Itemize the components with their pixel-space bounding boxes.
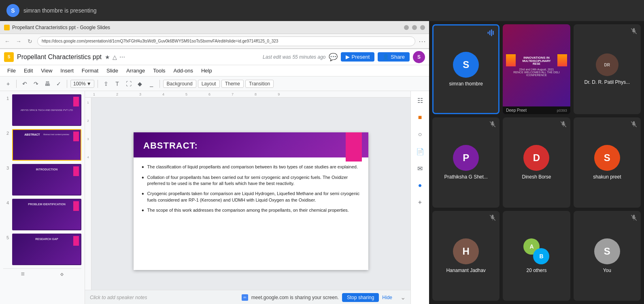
menu-addons[interactable]: Add-ons [170, 66, 197, 75]
mute-icon-dinesh [560, 121, 567, 130]
grid-view-button[interactable]: ⋄ [60, 270, 64, 278]
slides-sidebar-icon-6[interactable]: ● [414, 179, 426, 191]
address-bar-input[interactable]: https://docs.google.com/presentation/d/1… [37, 36, 415, 46]
cursor-tool[interactable]: ⇪ [101, 79, 111, 89]
menu-insert[interactable]: Insert [56, 66, 78, 75]
slideshow-icon: ▶ [346, 54, 350, 60]
background-button[interactable]: Background [163, 80, 196, 88]
slides-app: S Propellant Characteristics ppt ★ △ ⋯ L… [0, 49, 429, 304]
mute-icon-shakun [630, 121, 638, 130]
comments-icon[interactable]: 💬 [329, 53, 338, 62]
stop-sharing-button[interactable]: Stop sharing [342, 293, 379, 302]
sharing-text: meet.google.com is sharing your screen. [251, 295, 339, 300]
share-button[interactable]: 👤 Share [378, 52, 410, 62]
person-add-icon: 👤 [383, 54, 389, 60]
toolbar-sep-3 [98, 80, 98, 88]
move-to-drive-icon[interactable]: △ [113, 54, 117, 60]
maximize-button[interactable] [412, 25, 417, 30]
print-button[interactable]: 🖶 [43, 79, 52, 89]
undo-button[interactable]: ↶ [20, 79, 30, 89]
slides-header-right: Last edit was 55 minutes ago 💬 ▶ Present… [263, 51, 425, 63]
shape-tool[interactable]: ◆ [135, 79, 145, 89]
bullet-icon-2: • [142, 174, 144, 187]
slides-main: 1 ABYSS SPACE TECH AND DEFENSE PVT LTD 2 [0, 91, 429, 304]
participant-tile-hanamant: H Hanamant Jadhav [432, 211, 499, 301]
transition-button[interactable]: Transition [245, 80, 274, 88]
hanamant-avatar: H [453, 238, 479, 264]
slide-canvas[interactable]: ABSTRACT: • The classification of liquid… [134, 132, 368, 270]
hanamant-name: Hanamant Jadhav [443, 268, 489, 273]
menu-tools[interactable]: Tools [149, 66, 169, 75]
conf-title-text: INNOVATIONS IN [518, 56, 555, 60]
svg-rect-2 [491, 30, 492, 36]
slides-sidebar-icon-5[interactable]: ✉ [414, 162, 426, 174]
conf-dates: 23rd and 24th August, 2021 [519, 68, 554, 71]
drpatil-name: Dr. D. R. Patil Phys... [581, 79, 633, 85]
speaker-notes-area[interactable]: Click to add speaker notes [90, 295, 147, 300]
menu-edit[interactable]: Edit [20, 66, 37, 75]
drpatil-avatar: DR [596, 53, 618, 76]
menu-arrange[interactable]: Arrange [122, 66, 149, 75]
bookmark-icon[interactable]: ★ [105, 54, 110, 60]
slide-bottom-bar: Click to add speaker notes m meet.google… [85, 290, 410, 304]
menu-file[interactable]: File [3, 66, 20, 75]
add-slide-sidebar-button[interactable]: + [414, 196, 426, 208]
slides-sidebar-icon-4[interactable]: 📄 [414, 145, 426, 157]
expand-icon[interactable]: ⌄ [400, 293, 406, 301]
hide-button[interactable]: Hide [382, 295, 392, 300]
spell-check-button[interactable]: ✓ [54, 79, 64, 89]
menu-view[interactable]: View [37, 66, 56, 75]
zoom-selector[interactable]: 100% ▼ [70, 80, 94, 88]
browser-more-button[interactable]: ⋯ [419, 37, 426, 46]
you-avatar: S [594, 238, 620, 264]
slides-sidebar-icon-2[interactable]: ■ [414, 111, 426, 123]
slides-panel-bottom: ≡ ⋄ [3, 268, 81, 280]
back-button[interactable]: ← [3, 38, 11, 45]
slide-bullet-1: • The classification of liquid propellan… [142, 164, 360, 170]
close-button[interactable] [420, 25, 425, 30]
user-avatar[interactable]: S [413, 51, 425, 63]
shakun-name: shakun preet [590, 174, 624, 180]
list-view-button[interactable]: ≡ [21, 270, 24, 278]
toolbar-sep-1 [16, 80, 17, 88]
top-bar: S simran thombre is presenting [0, 0, 644, 21]
refresh-button[interactable]: ↻ [26, 38, 34, 45]
main-layout: Propellant Characteristics ppt - Google … [0, 21, 644, 304]
slide-thumb-3[interactable]: 3 INTRODUCTION [3, 164, 81, 196]
more-icon[interactable]: ⋯ [119, 54, 125, 60]
slides-sidebar-icon-3[interactable]: ○ [414, 128, 426, 140]
participant-tile-conference: INNOVATIONS IN MULTIDISCIPLINARY RESE 23… [503, 24, 570, 114]
shakun-avatar: S [594, 145, 620, 171]
layout-button[interactable]: Layout [198, 80, 220, 88]
slide-thumb-2[interactable]: 2 ABSTRACT Abstract text content preview [3, 129, 81, 161]
theme-button[interactable]: Theme [221, 80, 244, 88]
slides-logo: S [4, 52, 14, 62]
browser-address-bar: ← → ↻ https://docs.google.com/presentati… [0, 34, 429, 49]
slide-thumb-4[interactable]: 4 PROBLEM IDENTIFICATION [3, 199, 81, 230]
screen-sharing-notice: m meet.google.com is sharing your screen… [242, 293, 392, 302]
slides-title-icons: ★ △ ⋯ [105, 54, 125, 60]
add-slide-button[interactable]: + [3, 79, 13, 89]
slide-bullet-4: • The scope of this work addresses the c… [142, 207, 360, 214]
svg-rect-0 [488, 32, 489, 34]
participant-tile-prathiksha: P Prathiksha G Shet... [432, 117, 499, 207]
forward-button[interactable]: → [15, 38, 23, 45]
minimize-button[interactable] [404, 25, 409, 30]
slide-editor: 123 456 789 12 34 ABSTRACT: [85, 91, 410, 304]
menu-slide[interactable]: Slide [102, 66, 122, 75]
menu-format[interactable]: Format [78, 66, 102, 75]
conf-participant-name: Deep Preet [506, 108, 527, 113]
slides-sidebar-icon-1[interactable]: ☷ [414, 94, 426, 106]
image-tool[interactable]: ⛶ [124, 79, 134, 89]
slide-thumb-1[interactable]: 1 ABYSS SPACE TECH AND DEFENSE PVT LTD [3, 94, 81, 126]
simran-name: simran thombre [446, 81, 486, 87]
menu-help[interactable]: Help [197, 66, 216, 75]
text-tool[interactable]: T [113, 79, 122, 89]
line-tool[interactable]: ⎯ [147, 79, 156, 89]
redo-button[interactable]: ↷ [31, 79, 41, 89]
others-avatars: A B [523, 238, 549, 264]
conf-welcome-text: RENCE WELCOMES ALL THE DELI [513, 71, 559, 74]
others-count-label: 20 others [523, 268, 550, 273]
slide-thumb-5[interactable]: 5 RESEARCH GAP [3, 234, 81, 265]
slideshow-button[interactable]: ▶ Present [341, 52, 374, 62]
